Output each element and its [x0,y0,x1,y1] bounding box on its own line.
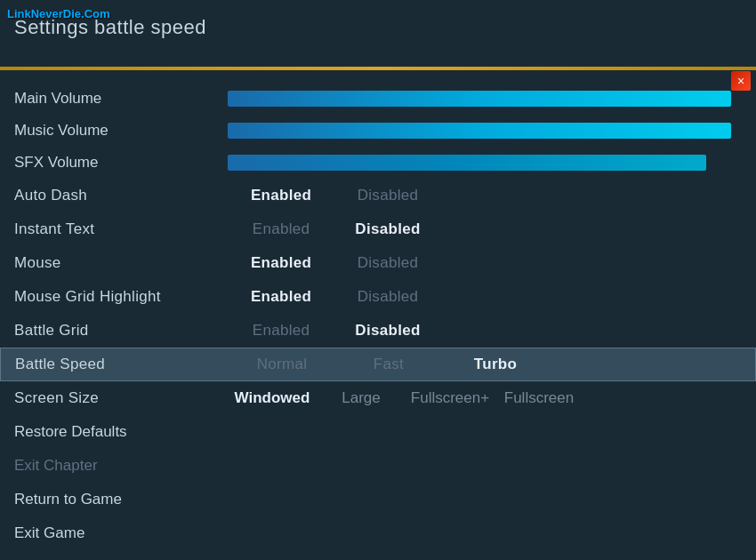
sfx-volume-bar [228,155,706,171]
screen-size-fullscreen[interactable]: Fullscreen [495,389,583,407]
mouse-grid-highlight-enabled[interactable]: Enabled [228,288,334,306]
instant-text-enabled[interactable]: Enabled [228,220,334,238]
battle-speed-row: Battle Speed Normal Fast Turbo [0,348,756,381]
settings-container: Main Volume Music Volume SFX Volume Auto… [0,76,756,560]
battle-speed-label: Battle Speed [15,356,229,373]
exit-chapter-row: Exit Chapter [0,449,756,483]
music-volume-row: Music Volume [0,115,756,147]
exit-chapter-label: Exit Chapter [14,457,98,475]
screen-size-label: Screen Size [14,389,228,407]
auto-dash-disabled[interactable]: Disabled [334,187,441,204]
watermark: LinkNeverDie.Com [7,7,110,20]
top-divider [0,67,756,70]
screen-size-options: Windowed Large Fullscreen+ Fullscreen [228,389,742,407]
instant-text-options: Enabled Disabled [228,220,742,238]
exit-game-row[interactable]: Exit Game [0,516,756,550]
screen-size-row: Screen Size Windowed Large Fullscreen+ F… [0,381,756,415]
mouse-disabled[interactable]: Disabled [334,254,441,272]
sfx-volume-label: SFX Volume [14,154,228,172]
mouse-row: Mouse Enabled Disabled [0,246,756,280]
mouse-options: Enabled Disabled [228,254,742,272]
main-volume-bar [228,91,731,107]
battle-speed-turbo[interactable]: Turbo [442,356,549,373]
mouse-grid-highlight-row: Mouse Grid Highlight Enabled Disabled [0,280,756,314]
battle-grid-enabled[interactable]: Enabled [228,322,334,340]
screen-size-fullscreen-plus[interactable]: Fullscreen+ [406,389,495,407]
exit-game-label[interactable]: Exit Game [14,524,84,542]
sfx-volume-bar-container[interactable] [228,155,742,171]
battle-speed-options: Normal Fast Turbo [229,356,741,373]
instant-text-disabled[interactable]: Disabled [334,220,441,238]
mouse-grid-highlight-label: Mouse Grid Highlight [14,288,228,306]
screen-size-windowed[interactable]: Windowed [228,389,317,407]
main-volume-row: Main Volume [0,83,756,115]
main-volume-label: Main Volume [14,90,228,108]
close-button[interactable]: × [731,71,751,91]
battle-speed-normal[interactable]: Normal [229,356,335,373]
music-volume-bar [228,123,731,139]
instant-text-label: Instant Text [14,220,228,238]
music-volume-bar-container[interactable] [228,123,742,139]
battle-grid-disabled[interactable]: Disabled [334,322,441,340]
mouse-grid-highlight-disabled[interactable]: Disabled [334,288,441,306]
auto-dash-row: Auto Dash Enabled Disabled [0,179,756,212]
mouse-enabled[interactable]: Enabled [228,254,334,272]
battle-grid-label: Battle Grid [14,322,228,340]
auto-dash-label: Auto Dash [14,187,228,204]
sfx-volume-row: SFX Volume [0,147,756,179]
auto-dash-options: Enabled Disabled [228,187,742,204]
mouse-grid-highlight-options: Enabled Disabled [228,288,742,306]
auto-dash-enabled[interactable]: Enabled [228,187,334,204]
music-volume-label: Music Volume [14,122,228,140]
main-volume-bar-container[interactable] [228,91,742,107]
instant-text-row: Instant Text Enabled Disabled [0,212,756,246]
battle-grid-options: Enabled Disabled [228,322,742,340]
return-to-game-label[interactable]: Return to Game [14,491,122,508]
restore-defaults-label[interactable]: Restore Defaults [14,423,127,441]
battle-grid-row: Battle Grid Enabled Disabled [0,314,756,348]
mouse-label: Mouse [14,254,228,272]
restore-defaults-row[interactable]: Restore Defaults [0,415,756,449]
return-to-game-row[interactable]: Return to Game [0,483,756,516]
battle-speed-fast[interactable]: Fast [335,356,442,373]
screen-size-large[interactable]: Large [317,389,406,407]
